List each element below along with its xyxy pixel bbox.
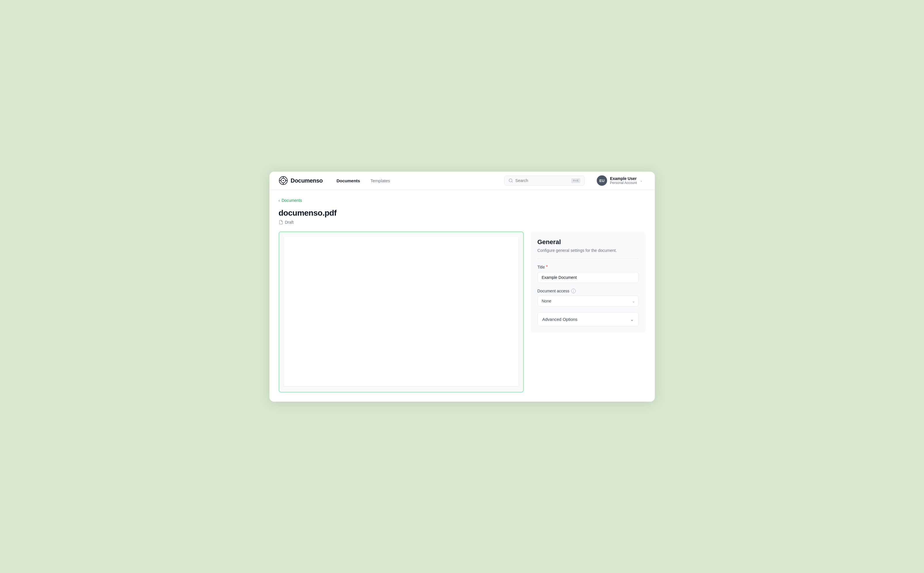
search-shortcut: ⌘+K [571,178,580,183]
document-status: Draft [279,220,645,225]
nav-templates[interactable]: Templates [366,176,395,185]
access-field-group: Document access i None Everyone with the… [537,289,639,307]
user-menu[interactable]: EU Example User Personal Account ⌄ [594,174,645,188]
user-account: Personal Account [610,181,637,185]
svg-line-8 [512,182,512,182]
navbar: Documenso Documents Templates ⌘+K EU Exa… [269,172,655,190]
nav-documents[interactable]: Documents [332,176,365,185]
panel-divider [537,258,639,259]
search-bar[interactable]: ⌘+K [504,176,585,186]
svg-point-2 [283,180,284,181]
search-icon [509,178,513,183]
avatar: EU [597,175,607,186]
title-field-group: Title * [537,265,639,283]
user-info: Example User Personal Account [610,176,637,185]
pdf-preview-container [279,232,524,393]
content-area: General Configure general settings for t… [279,232,645,393]
advanced-options: Advanced Options ⌄ [537,312,639,326]
access-select[interactable]: None Everyone with the link [537,296,639,307]
logo-text: Documenso [291,177,323,184]
document-title: documenso.pdf [279,208,645,218]
pdf-page [284,236,518,386]
panel-subtitle: Configure general settings for the docum… [537,248,639,253]
back-chevron-icon: ‹ [279,198,280,203]
access-label-row: Document access i [537,289,639,293]
advanced-options-toggle[interactable]: Advanced Options ⌄ [538,313,639,326]
title-label: Title * [537,265,639,270]
title-input[interactable] [537,272,639,283]
logo-area[interactable]: Documenso [279,176,323,185]
file-icon [279,220,283,225]
panel-title: General [537,238,639,246]
main-content: ‹ Documents documenso.pdf Draft General … [269,190,655,402]
user-name: Example User [610,176,637,181]
required-indicator: * [546,265,548,270]
settings-panel: General Configure general settings for t… [531,232,645,333]
breadcrumb-label: Documents [282,198,302,203]
info-icon[interactable]: i [571,289,576,293]
app-window: Documenso Documents Templates ⌘+K EU Exa… [269,172,655,402]
nav-links: Documents Templates [332,176,395,185]
access-select-wrapper: None Everyone with the link ⌄ [537,296,639,307]
advanced-options-label: Advanced Options [542,317,578,322]
status-badge: Draft [285,220,294,225]
advanced-chevron-icon: ⌄ [630,316,634,322]
chevron-down-icon: ⌄ [640,178,643,183]
breadcrumb[interactable]: ‹ Documents [279,198,645,203]
search-input[interactable] [515,178,569,183]
logo-icon [279,176,288,185]
